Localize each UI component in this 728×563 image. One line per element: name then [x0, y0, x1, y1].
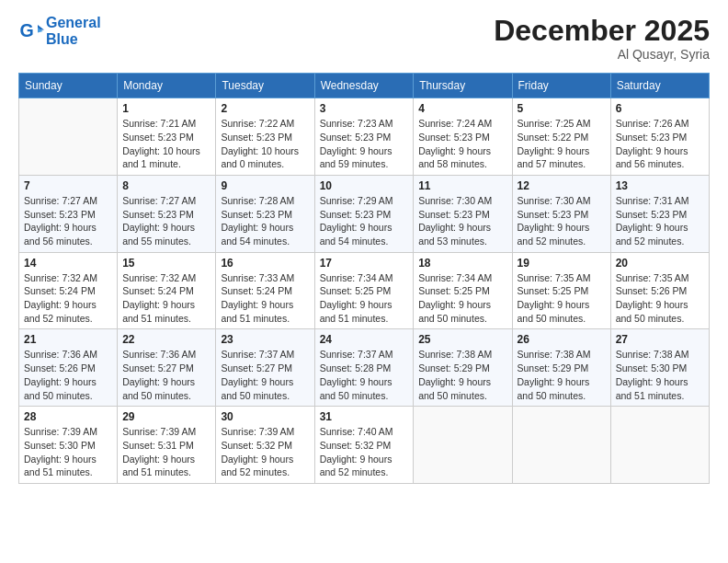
day-header-sunday: Sunday	[19, 74, 118, 98]
day-number: 12	[518, 179, 606, 192]
location: Al Qusayr, Syria	[494, 47, 710, 62]
day-info: Sunrise: 7:27 AMSunset: 5:23 PMDaylight:…	[24, 194, 112, 248]
day-info: Sunrise: 7:36 AMSunset: 5:26 PMDaylight:…	[24, 348, 112, 402]
calendar-cell: 22Sunrise: 7:36 AMSunset: 5:27 PMDayligh…	[118, 329, 216, 407]
calendar-cell: 15Sunrise: 7:32 AMSunset: 5:24 PMDayligh…	[118, 252, 216, 329]
day-number: 26	[518, 333, 606, 346]
svg-text:G: G	[19, 19, 33, 40]
day-info: Sunrise: 7:30 AMSunset: 5:23 PMDaylight:…	[518, 194, 606, 248]
calendar-cell: 10Sunrise: 7:29 AMSunset: 5:23 PMDayligh…	[314, 175, 414, 252]
day-info: Sunrise: 7:37 AMSunset: 5:27 PMDaylight:…	[221, 348, 309, 402]
day-info: Sunrise: 7:24 AMSunset: 5:23 PMDaylight:…	[418, 117, 506, 171]
day-info: Sunrise: 7:31 AMSunset: 5:23 PMDaylight:…	[616, 194, 704, 248]
day-info: Sunrise: 7:26 AMSunset: 5:23 PMDaylight:…	[616, 117, 704, 171]
header: G General Blue December 2025 Al Qusayr, …	[18, 15, 710, 62]
calendar-cell: 13Sunrise: 7:31 AMSunset: 5:23 PMDayligh…	[610, 175, 709, 252]
calendar-cell: 20Sunrise: 7:35 AMSunset: 5:26 PMDayligh…	[610, 252, 709, 329]
calendar-cell	[512, 407, 610, 484]
day-number: 30	[221, 410, 309, 423]
logo-icon: G	[18, 18, 44, 44]
day-info: Sunrise: 7:38 AMSunset: 5:29 PMDaylight:…	[418, 348, 506, 402]
day-number: 13	[616, 179, 704, 192]
month-title: December 2025	[494, 15, 710, 47]
calendar-cell: 31Sunrise: 7:40 AMSunset: 5:32 PMDayligh…	[314, 407, 414, 484]
day-info: Sunrise: 7:25 AMSunset: 5:22 PMDaylight:…	[518, 117, 606, 171]
calendar-cell: 14Sunrise: 7:32 AMSunset: 5:24 PMDayligh…	[19, 252, 118, 329]
day-info: Sunrise: 7:37 AMSunset: 5:28 PMDaylight:…	[320, 348, 409, 402]
day-number: 27	[616, 333, 704, 346]
calendar-cell: 7Sunrise: 7:27 AMSunset: 5:23 PMDaylight…	[19, 175, 118, 252]
calendar-cell: 28Sunrise: 7:39 AMSunset: 5:30 PMDayligh…	[19, 407, 118, 484]
calendar-cell: 9Sunrise: 7:28 AMSunset: 5:23 PMDaylight…	[216, 175, 314, 252]
day-number: 7	[24, 179, 112, 192]
calendar-cell: 4Sunrise: 7:24 AMSunset: 5:23 PMDaylight…	[414, 98, 512, 176]
day-info: Sunrise: 7:34 AMSunset: 5:25 PMDaylight:…	[320, 271, 409, 326]
day-number: 6	[616, 102, 704, 115]
day-info: Sunrise: 7:39 AMSunset: 5:32 PMDaylight:…	[221, 425, 309, 479]
calendar-cell	[414, 407, 512, 484]
day-info: Sunrise: 7:39 AMSunset: 5:30 PMDaylight:…	[24, 425, 112, 479]
day-info: Sunrise: 7:38 AMSunset: 5:29 PMDaylight:…	[518, 348, 606, 402]
calendar-cell: 27Sunrise: 7:38 AMSunset: 5:30 PMDayligh…	[610, 329, 709, 407]
day-info: Sunrise: 7:35 AMSunset: 5:26 PMDaylight:…	[616, 271, 704, 326]
day-header-wednesday: Wednesday	[314, 74, 414, 98]
calendar-cell: 8Sunrise: 7:27 AMSunset: 5:23 PMDaylight…	[118, 175, 216, 252]
day-info: Sunrise: 7:32 AMSunset: 5:24 PMDaylight:…	[24, 271, 112, 326]
logo-text: General Blue	[46, 15, 101, 47]
day-header-saturday: Saturday	[610, 74, 709, 98]
page-container: G General Blue December 2025 Al Qusayr, …	[0, 0, 728, 493]
calendar-cell: 17Sunrise: 7:34 AMSunset: 5:25 PMDayligh…	[314, 252, 414, 329]
calendar: SundayMondayTuesdayWednesdayThursdayFrid…	[18, 73, 710, 484]
day-number: 25	[418, 333, 506, 346]
calendar-cell: 30Sunrise: 7:39 AMSunset: 5:32 PMDayligh…	[216, 407, 314, 484]
day-number: 31	[320, 410, 409, 423]
day-info: Sunrise: 7:21 AMSunset: 5:23 PMDaylight:…	[122, 117, 210, 171]
calendar-cell	[610, 407, 709, 484]
logo-line2: Blue	[46, 31, 78, 47]
day-info: Sunrise: 7:28 AMSunset: 5:23 PMDaylight:…	[221, 194, 309, 248]
title-block: December 2025 Al Qusayr, Syria	[494, 15, 710, 62]
day-info: Sunrise: 7:27 AMSunset: 5:23 PMDaylight:…	[122, 194, 210, 248]
day-number: 3	[320, 102, 409, 115]
day-number: 2	[221, 102, 309, 115]
day-number: 16	[221, 257, 309, 270]
calendar-cell: 18Sunrise: 7:34 AMSunset: 5:25 PMDayligh…	[414, 252, 512, 329]
day-header-thursday: Thursday	[414, 74, 512, 98]
day-number: 15	[122, 257, 210, 270]
calendar-cell: 3Sunrise: 7:23 AMSunset: 5:23 PMDaylight…	[314, 98, 414, 176]
day-number: 14	[24, 257, 112, 270]
day-info: Sunrise: 7:23 AMSunset: 5:23 PMDaylight:…	[320, 117, 409, 171]
day-number: 1	[122, 102, 210, 115]
calendar-cell: 29Sunrise: 7:39 AMSunset: 5:31 PMDayligh…	[118, 407, 216, 484]
calendar-cell: 1Sunrise: 7:21 AMSunset: 5:23 PMDaylight…	[118, 98, 216, 176]
day-info: Sunrise: 7:32 AMSunset: 5:24 PMDaylight:…	[122, 271, 210, 326]
calendar-cell: 21Sunrise: 7:36 AMSunset: 5:26 PMDayligh…	[19, 329, 118, 407]
calendar-cell: 24Sunrise: 7:37 AMSunset: 5:28 PMDayligh…	[314, 329, 414, 407]
day-number: 17	[320, 257, 409, 270]
calendar-cell: 16Sunrise: 7:33 AMSunset: 5:24 PMDayligh…	[216, 252, 314, 329]
day-number: 11	[418, 179, 506, 192]
day-number: 24	[320, 333, 409, 346]
day-info: Sunrise: 7:33 AMSunset: 5:24 PMDaylight:…	[221, 271, 309, 326]
calendar-cell	[19, 98, 118, 176]
day-number: 21	[24, 333, 112, 346]
day-header-tuesday: Tuesday	[216, 74, 314, 98]
day-number: 10	[320, 179, 409, 192]
calendar-cell: 5Sunrise: 7:25 AMSunset: 5:22 PMDaylight…	[512, 98, 610, 176]
day-number: 23	[221, 333, 309, 346]
day-header-monday: Monday	[118, 74, 216, 98]
day-number: 8	[122, 179, 210, 192]
day-info: Sunrise: 7:34 AMSunset: 5:25 PMDaylight:…	[418, 271, 506, 326]
day-number: 20	[616, 257, 704, 270]
day-number: 5	[518, 102, 606, 115]
day-number: 19	[518, 257, 606, 270]
day-info: Sunrise: 7:22 AMSunset: 5:23 PMDaylight:…	[221, 117, 309, 171]
day-number: 29	[122, 410, 210, 423]
day-info: Sunrise: 7:29 AMSunset: 5:23 PMDaylight:…	[320, 194, 409, 248]
calendar-cell: 6Sunrise: 7:26 AMSunset: 5:23 PMDaylight…	[610, 98, 709, 176]
day-info: Sunrise: 7:36 AMSunset: 5:27 PMDaylight:…	[122, 348, 210, 402]
day-info: Sunrise: 7:30 AMSunset: 5:23 PMDaylight:…	[418, 194, 506, 248]
calendar-cell: 25Sunrise: 7:38 AMSunset: 5:29 PMDayligh…	[414, 329, 512, 407]
day-info: Sunrise: 7:40 AMSunset: 5:32 PMDaylight:…	[320, 425, 409, 479]
calendar-cell: 2Sunrise: 7:22 AMSunset: 5:23 PMDaylight…	[216, 98, 314, 176]
